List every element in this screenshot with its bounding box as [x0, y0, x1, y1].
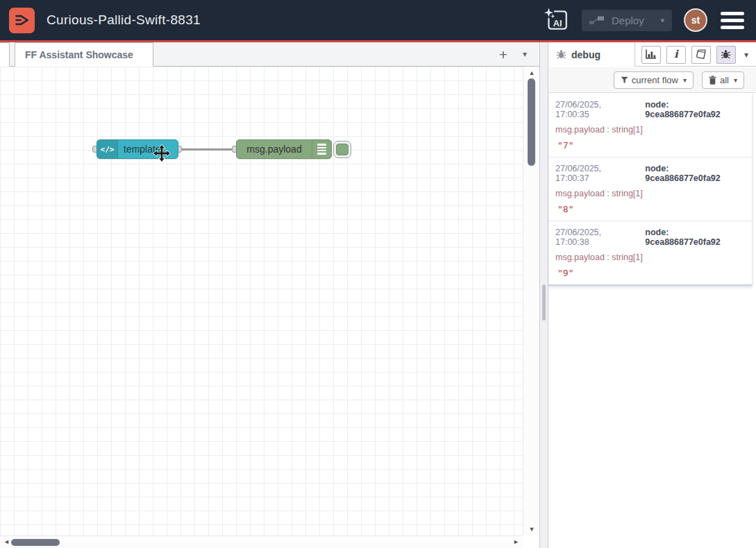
separator-grip-handle[interactable] [542, 284, 546, 320]
tab-actions: + ▾ [499, 42, 527, 66]
deploy-options-chevron-icon[interactable]: ▾ [660, 16, 664, 25]
flow-tab-label: FF Assistant Showcase [25, 49, 133, 60]
add-flow-button[interactable]: + [499, 47, 507, 62]
bug-icon [721, 49, 731, 60]
horizontal-scrollbar-thumb[interactable] [11, 539, 60, 546]
trash-icon [709, 76, 716, 85]
flowfuse-logo[interactable] [9, 8, 35, 33]
debug-filter-button[interactable]: current flow ▾ [614, 71, 694, 89]
debug-node-label: msg.payload [237, 140, 312, 158]
message-node-id: node: 9cea886877e0fa92 [645, 228, 745, 247]
wire-template-to-debug[interactable] [178, 148, 237, 151]
tab-ff-assistant-showcase[interactable]: FF Assistant Showcase [15, 42, 153, 67]
flow-list-chevron-icon[interactable]: ▾ [523, 49, 527, 59]
message-timestamp: 27/06/2025, 17:00:35 [555, 100, 636, 119]
vertical-scrollbar[interactable]: ▲ ▼ [523, 67, 539, 536]
partial-flow-tab[interactable] [0, 42, 10, 67]
debug-message[interactable]: 27/06/2025, 17:00:35 node: 9cea886877e0f… [548, 94, 752, 157]
message-timestamp: 27/06/2025, 17:00:38 [555, 228, 636, 247]
message-node-id: node: 9cea886877e0fa92 [645, 100, 745, 119]
menu-bar [721, 19, 744, 22]
user-avatar[interactable]: st [684, 8, 707, 32]
scroll-right-icon[interactable]: ► [513, 538, 519, 545]
svg-text:AI: AI [553, 19, 562, 28]
app-header: Curious-Pallid-Swift-8831 AI Deploy ▾ st [0, 0, 756, 40]
debug-toggle-button[interactable] [333, 141, 351, 158]
scroll-down-icon[interactable]: ▼ [523, 526, 540, 533]
help-book-button[interactable] [691, 46, 711, 64]
scroll-left-icon[interactable]: ◄ [3, 538, 10, 545]
deploy-icon [589, 15, 605, 26]
scroll-up-icon[interactable]: ▲ [523, 69, 540, 76]
bug-icon [556, 49, 566, 60]
bar-chart-icon [645, 49, 657, 60]
debug-message-meta: 27/06/2025, 17:00:35 node: 9cea886877e0f… [555, 100, 745, 119]
node-msg-payload[interactable]: msg.payload [236, 139, 332, 159]
instance-title: Curious-Pallid-Swift-8831 [47, 12, 201, 28]
sidebar-tab-label: debug [571, 49, 600, 60]
flowfuse-logo-icon [12, 10, 32, 30]
horizontal-scrollbar[interactable]: ◄ ► [0, 536, 523, 548]
menu-bar [721, 26, 744, 29]
deploy-button[interactable]: Deploy ▾ [582, 10, 672, 31]
filter-chevron-icon: ▾ [683, 76, 687, 84]
workspace-tabbar: FF Assistant Showcase + ▾ [0, 42, 539, 67]
message-value: "8" [555, 204, 745, 214]
debug-filter-bar: current flow ▾ all ▾ [548, 67, 756, 93]
main-menu-button[interactable] [719, 9, 746, 32]
debug-clear-button[interactable]: all ▾ [702, 71, 744, 89]
message-property: msg.payload : string[1] [555, 252, 745, 262]
message-value: "7" [555, 140, 745, 151]
message-node-id: node: 9cea886877e0fa92 [645, 164, 745, 183]
move-cursor-icon [153, 144, 171, 162]
sidebar-tab-debug[interactable]: debug [548, 42, 635, 67]
debug-filter-label: current flow [632, 75, 678, 85]
scrollbar-corner [523, 536, 539, 548]
debug-list-icon [312, 140, 331, 158]
message-property: msg.payload : string[1] [555, 189, 745, 198]
debug-message[interactable]: 27/06/2025, 17:00:37 node: 9cea886877e0f… [548, 157, 752, 221]
sidebar: debug i [548, 42, 756, 548]
info-icon: i [674, 49, 678, 60]
code-icon: </> [97, 140, 118, 158]
message-property: msg.payload : string[1] [555, 125, 745, 135]
message-value: "9" [555, 268, 745, 278]
deploy-label: Deploy [612, 15, 644, 26]
vertical-scrollbar-thumb[interactable] [528, 78, 535, 166]
sidebar-tabs-chevron-icon[interactable]: ▾ [744, 50, 748, 60]
ai-assistant-button[interactable]: AI [542, 6, 570, 34]
sidebar-toolbar: i [641, 42, 756, 67]
main-area: FF Assistant Showcase + ▾ </> template m… [0, 42, 756, 548]
ai-sparkle-icon: AI [543, 7, 569, 33]
debug-clear-label: all [720, 75, 729, 85]
debug-sidebar-button[interactable] [716, 46, 736, 64]
debug-toggle-state [336, 144, 348, 155]
dashboard-chart-button[interactable] [641, 46, 661, 64]
sidebar-separator[interactable] [539, 42, 548, 548]
clear-chevron-icon: ▾ [734, 76, 737, 84]
debug-message[interactable]: 27/06/2025, 17:00:38 node: 9cea886877e0f… [548, 221, 752, 284]
debug-message-meta: 27/06/2025, 17:00:38 node: 9cea886877e0f… [555, 228, 745, 247]
menu-bar [721, 12, 744, 15]
flow-canvas[interactable]: </> template msg.payload [0, 67, 523, 536]
info-button[interactable]: i [666, 46, 686, 64]
header-actions: AI Deploy ▾ st [542, 6, 756, 34]
funnel-icon [621, 76, 628, 84]
message-timestamp: 27/06/2025, 17:00:37 [555, 164, 636, 183]
debug-message-meta: 27/06/2025, 17:00:37 node: 9cea886877e0f… [555, 164, 745, 183]
debug-message-list: 27/06/2025, 17:00:35 node: 9cea886877e0f… [548, 94, 753, 286]
sidebar-header: debug i [548, 42, 756, 67]
book-icon [696, 49, 707, 60]
workspace: FF Assistant Showcase + ▾ </> template m… [0, 42, 539, 548]
